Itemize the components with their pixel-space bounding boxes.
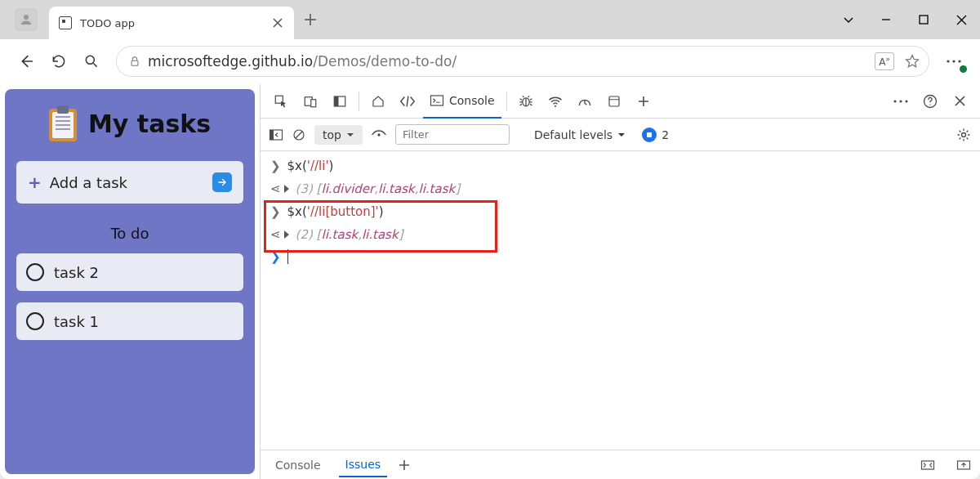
svg-point-23 [377, 133, 380, 136]
application-tab[interactable] [600, 87, 628, 115]
main-content: My tasks + Add a task To do task 2 task … [0, 84, 980, 479]
more-button[interactable] [887, 87, 915, 115]
task-item[interactable]: task 1 [16, 302, 243, 340]
eye-icon [371, 129, 387, 141]
console-input-line[interactable]: ❯ $x('//li[button]') [261, 200, 980, 223]
plus-icon: + [28, 172, 42, 192]
sidebar-icon [269, 128, 283, 141]
help-button[interactable] [916, 87, 944, 115]
clear-console-button[interactable] [292, 128, 306, 142]
window-minimize-button[interactable] [867, 0, 905, 39]
console-prompt[interactable]: ❯ [261, 246, 980, 267]
performance-tab[interactable] [571, 87, 599, 115]
todo-section-label: To do [110, 225, 149, 242]
sources-tab[interactable] [512, 87, 540, 115]
inspect-button[interactable] [267, 87, 295, 115]
console-output-line[interactable]: ⋖ (3) [li.divider, li.task, li.task] [261, 177, 980, 200]
window-chevron-button[interactable] [830, 0, 867, 39]
task-label: task 2 [54, 264, 99, 281]
submit-arrow-button[interactable] [212, 172, 232, 192]
close-icon [956, 15, 967, 25]
dots-icon [946, 59, 962, 64]
application-icon [607, 94, 621, 109]
dock-button[interactable] [326, 87, 354, 115]
task-item[interactable]: task 2 [16, 253, 243, 291]
favorite-button[interactable] [904, 53, 920, 69]
drawer-issues-tab[interactable]: Issues [339, 453, 388, 477]
code-icon [399, 94, 416, 109]
svg-rect-21 [270, 130, 274, 140]
refresh-button[interactable] [42, 45, 75, 78]
tab-favicon-icon [59, 16, 72, 29]
menu-button[interactable] [938, 45, 970, 78]
elements-tab[interactable] [394, 87, 421, 115]
svg-point-5 [952, 60, 955, 62]
tab-title: TODO app [80, 17, 271, 29]
task-checkbox[interactable] [26, 312, 44, 330]
output-arrow-icon: ⋖ [270, 181, 281, 196]
console-tab[interactable]: Console [423, 84, 501, 119]
person-icon [19, 12, 33, 27]
expand-icon[interactable] [284, 231, 289, 239]
svg-rect-15 [609, 96, 619, 106]
window-close-button[interactable] [942, 0, 980, 39]
plus-icon [638, 96, 649, 107]
tab-close-button[interactable] [271, 16, 284, 29]
inspect-icon [274, 94, 288, 109]
profile-button[interactable] [15, 8, 38, 31]
help-icon [922, 93, 938, 110]
live-expression-button[interactable] [371, 129, 387, 141]
issues-indicator[interactable]: 2 [642, 128, 669, 142]
more-tabs-button[interactable] [630, 87, 657, 115]
expand-icon[interactable] [284, 185, 289, 193]
svg-point-0 [24, 15, 29, 20]
bug-icon [518, 94, 534, 109]
log-levels-selector[interactable]: Default levels [534, 128, 626, 141]
close-icon [273, 18, 283, 28]
filter-input[interactable] [395, 124, 510, 145]
device-toggle-button[interactable] [296, 87, 324, 115]
search-button[interactable] [75, 45, 108, 78]
dots-icon [893, 99, 909, 104]
prompt-icon: ❯ [270, 249, 281, 264]
lock-icon [128, 55, 141, 68]
chevron-down-icon [617, 131, 626, 139]
performance-icon [577, 94, 593, 109]
sidebar-toggle-button[interactable] [269, 128, 283, 141]
task-checkbox[interactable] [26, 263, 44, 281]
home-icon [371, 94, 385, 109]
devtools-tabstrip: Console [261, 84, 980, 119]
console-output[interactable]: ❯ $x('//li') ⋖ (3) [li.divider, li.task,… [261, 151, 980, 450]
drawer-console-tab[interactable]: Console [269, 454, 327, 477]
maximize-icon [919, 15, 929, 25]
svg-rect-12 [431, 96, 443, 105]
console-input-line[interactable]: ❯ $x('//li') [261, 154, 980, 177]
network-tab[interactable] [541, 87, 569, 115]
svg-point-17 [899, 100, 902, 102]
drawer-expand-button[interactable] [920, 459, 936, 472]
context-selector[interactable]: top [314, 125, 363, 145]
issue-badge-icon [642, 128, 657, 142]
devtools-drawer: Console Issues [261, 450, 980, 479]
console-output-line[interactable]: ⋖ (2) [li.task, li.task] [261, 223, 980, 246]
console-settings-button[interactable] [956, 127, 972, 143]
read-aloud-button[interactable]: A» [875, 52, 894, 70]
window-maximize-button[interactable] [905, 0, 942, 39]
expand-icon [920, 459, 936, 472]
address-bar[interactable]: microsoftedge.github.io/Demos/demo-to-do… [116, 46, 929, 77]
wifi-icon [547, 94, 564, 109]
back-button[interactable] [10, 45, 42, 78]
close-icon [954, 95, 966, 107]
browser-tab[interactable]: TODO app [49, 7, 294, 39]
close-devtools-button[interactable] [946, 87, 973, 115]
refresh-icon [51, 53, 67, 69]
drawer-add-tab-button[interactable] [399, 459, 410, 471]
welcome-tab[interactable] [364, 87, 392, 115]
svg-point-2 [86, 56, 94, 64]
add-task-button[interactable]: + Add a task [16, 161, 243, 204]
drawer-collapse-button[interactable] [956, 459, 972, 472]
svg-point-18 [905, 100, 907, 102]
svg-point-14 [554, 105, 555, 106]
svg-point-6 [958, 60, 960, 62]
new-tab-button[interactable] [294, 14, 327, 25]
